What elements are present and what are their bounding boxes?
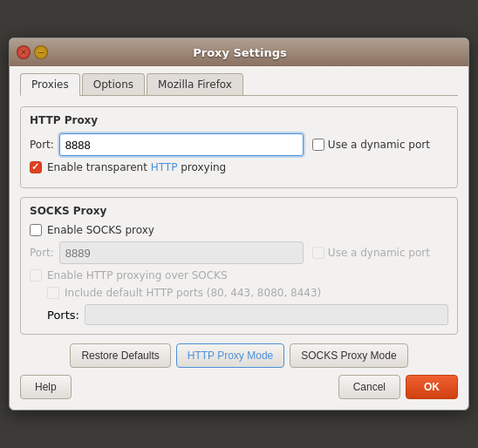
socks-enable-row: Enable SOCKS proxy — [30, 224, 448, 236]
socks-proxy-section: SOCKS Proxy Enable SOCKS proxy Port: Use… — [20, 197, 458, 335]
http-transparent-checkbox[interactable] — [30, 161, 42, 173]
action-row: Help Cancel OK — [20, 375, 458, 399]
include-ports-label: Include default HTTP ports (80, 443, 808… — [65, 287, 321, 299]
ports-row: Ports: — [47, 304, 448, 325]
http-transparent-row: Enable transparent HTTP proxying — [30, 161, 448, 173]
include-ports-row: Include default HTTP ports (80, 443, 808… — [47, 287, 448, 299]
http-proxy-section: HTTP Proxy Port: Use a dynamic port Enab… — [20, 106, 458, 188]
footer-buttons: Restore Defaults HTTP Proxy Mode SOCKS P… — [20, 343, 458, 368]
tab-mozilla-firefox[interactable]: Mozilla Firefox — [147, 73, 243, 95]
http-port-input[interactable] — [59, 133, 304, 156]
tab-options[interactable]: Options — [82, 73, 145, 95]
titlebar: ✕ − Proxy Settings — [10, 38, 468, 66]
http-transparent-label: Enable transparent HTTP proxying — [47, 161, 226, 173]
socks-port-input[interactable] — [59, 241, 304, 264]
proxy-settings-window: ✕ − Proxy Settings Proxies Options Mozil… — [9, 37, 469, 411]
http-proxy-title: HTTP Proxy — [30, 114, 448, 126]
http-dynamic-port-checkbox[interactable] — [312, 139, 324, 151]
http-proxy-mode-button[interactable]: HTTP Proxy Mode — [176, 343, 284, 368]
http-over-socks-row: Enable HTTP proxying over SOCKS — [30, 269, 448, 282]
socks-dynamic-port-checkbox[interactable] — [312, 247, 324, 259]
http-dynamic-port-row: Use a dynamic port — [312, 139, 430, 151]
tab-bar: Proxies Options Mozilla Firefox — [20, 73, 458, 96]
socks-dynamic-port-row: Use a dynamic port — [312, 247, 430, 259]
window-content: Proxies Options Mozilla Firefox HTTP Pro… — [10, 66, 468, 410]
window-controls: ✕ − — [17, 45, 48, 59]
tab-proxies[interactable]: Proxies — [20, 73, 80, 96]
socks-proxy-title: SOCKS Proxy — [30, 205, 448, 217]
http-over-socks-label: Enable HTTP proxying over SOCKS — [47, 269, 228, 282]
socks-port-row: Port: Use a dynamic port — [30, 241, 448, 264]
close-button[interactable]: ✕ — [17, 45, 31, 59]
socks-dynamic-port-label: Use a dynamic port — [328, 247, 430, 259]
ok-button[interactable]: OK — [406, 375, 458, 399]
http-port-row: Port: Use a dynamic port — [30, 133, 448, 156]
include-ports-checkbox[interactable] — [47, 287, 59, 299]
help-button[interactable]: Help — [20, 375, 72, 399]
socks-enable-checkbox[interactable] — [30, 224, 42, 236]
restore-defaults-button[interactable]: Restore Defaults — [70, 343, 170, 368]
http-over-socks-checkbox[interactable] — [30, 269, 42, 282]
ports-input[interactable] — [85, 304, 448, 325]
socks-port-label: Port: — [30, 247, 54, 259]
cancel-button[interactable]: Cancel — [338, 375, 400, 399]
ports-label: Ports: — [47, 309, 79, 322]
minimize-button[interactable]: − — [34, 45, 48, 59]
socks-enable-label: Enable SOCKS proxy — [47, 224, 154, 236]
right-buttons: Cancel OK — [338, 375, 458, 399]
window-title: Proxy Settings — [53, 46, 427, 59]
http-dynamic-port-label: Use a dynamic port — [328, 139, 430, 151]
socks-proxy-mode-button[interactable]: SOCKS Proxy Mode — [290, 343, 407, 368]
http-port-label: Port: — [30, 139, 54, 151]
